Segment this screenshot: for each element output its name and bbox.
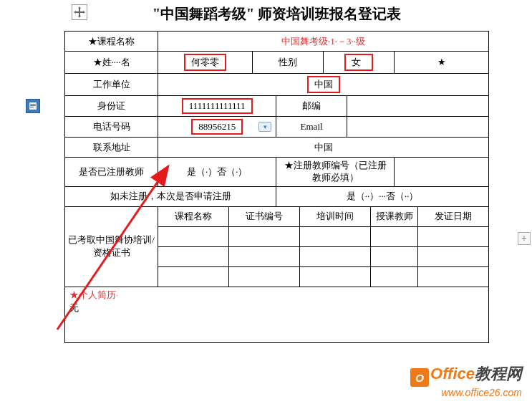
- label-work: 工作单位: [65, 74, 158, 96]
- value-phone-cell: 88956215 ▾: [158, 117, 276, 138]
- smart-tag-icon[interactable]: ▾: [258, 122, 271, 132]
- cert-cell: [229, 226, 300, 246]
- cert-cell: [371, 226, 418, 246]
- value-work-cell: 中国: [158, 74, 489, 96]
- registration-form-table: ★课程名称 中国舞考级·1·－3··级 ★姓····名 何零零 性别 女 ★ 工…: [64, 31, 489, 287]
- watermark-url: www.office26.com: [410, 387, 522, 398]
- cert-cell: [300, 226, 371, 246]
- col-issue-date: 发证日期: [418, 206, 489, 226]
- label-phone: 电话号码: [65, 117, 158, 138]
- label-id: 身份证: [65, 96, 158, 117]
- value-apply: 是（··）···否（··）: [276, 186, 489, 206]
- value-teacher-num: [395, 158, 489, 187]
- cert-cell: [418, 266, 489, 287]
- label-email: Email: [276, 117, 347, 138]
- label-apply: 如未注册，本次是否申请注册: [65, 186, 276, 206]
- value-id-cell: 1111111111111: [158, 96, 276, 117]
- value-post: [347, 96, 489, 117]
- label-course: ★课程名称: [65, 32, 158, 52]
- resume-section: ★个人简历· 无: [64, 287, 489, 343]
- cert-cell: [300, 266, 371, 287]
- add-button[interactable]: +: [518, 232, 531, 245]
- extra-star: ★: [395, 52, 489, 74]
- resume-content: 无: [69, 302, 79, 313]
- watermark: OOffice教程网 www.office26.com: [410, 363, 522, 399]
- col-cert-num: 证书编号: [229, 206, 300, 226]
- value-addr: 中国: [158, 138, 489, 158]
- col-train-time: 培训时间: [300, 206, 371, 226]
- cert-cell: [371, 246, 418, 266]
- resume-label: ★个人简历: [69, 289, 116, 300]
- label-gender: 性别: [253, 52, 324, 74]
- col-course-name: 课程名称: [158, 206, 229, 226]
- cert-cell: [158, 226, 229, 246]
- value-email: [347, 117, 489, 138]
- value-work: 中国: [307, 76, 340, 93]
- watermark-suffix: 教程网: [475, 365, 522, 383]
- svg-rect-1: [30, 104, 36, 105]
- svg-rect-3: [30, 107, 34, 107]
- label-name: ★姓····名: [65, 52, 158, 74]
- label-cert: 已考取中国舞协培训/资格证书: [65, 206, 158, 287]
- cert-cell: [418, 246, 489, 266]
- cert-cell: [158, 246, 229, 266]
- side-panel-tab[interactable]: [26, 99, 40, 113]
- cert-cell: [300, 246, 371, 266]
- cert-cell: [229, 266, 300, 287]
- svg-rect-2: [30, 105, 36, 106]
- cert-cell: [371, 266, 418, 287]
- value-gender: 女: [344, 54, 373, 71]
- value-registered: 是（·）否（·）: [158, 158, 276, 187]
- cert-cell: [229, 246, 300, 266]
- value-phone: 88956215: [191, 119, 243, 135]
- document-title: "中国舞蹈考级" 师资培训班报名登记表: [64, 0, 489, 31]
- watermark-logo-icon: O: [410, 368, 429, 387]
- value-course: 中国舞考级·1·－3··级: [158, 32, 489, 52]
- value-name-cell: 何零零: [158, 52, 253, 74]
- label-teacher-num: ★注册教师编号（已注册教师必填）: [276, 158, 395, 187]
- watermark-brand: Office: [430, 365, 475, 383]
- label-registered: 是否已注册教师: [65, 158, 158, 187]
- cert-cell: [158, 266, 229, 287]
- value-name: 何零零: [184, 54, 226, 71]
- col-teacher: 授课教师: [371, 206, 418, 226]
- label-post: 邮编: [276, 96, 347, 117]
- move-handle-icon[interactable]: [72, 4, 87, 20]
- value-id: 1111111111111: [182, 98, 253, 114]
- value-gender-cell: 女: [324, 52, 395, 74]
- label-addr: 联系地址: [65, 138, 158, 158]
- cert-cell: [418, 226, 489, 246]
